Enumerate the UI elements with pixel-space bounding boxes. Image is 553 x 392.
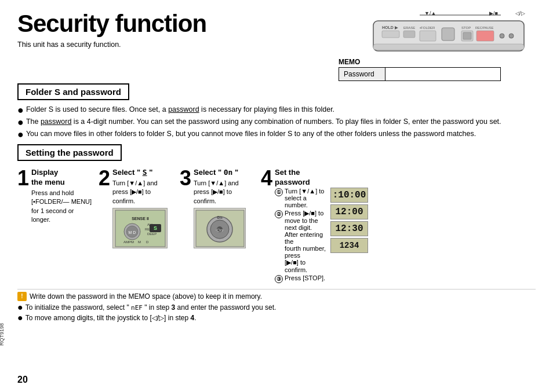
step-2-svg: SENSE II M D ALL REMAIN DEEP AMPM M [115,210,166,247]
device-area: ▼/▲ ▶/■ ◁/▷ HOLD ▶ ERASE •FOLDER STOP [339,10,536,81]
display-4: 1234 [330,238,368,253]
svg-text:M: M [138,240,141,244]
svg-text:•FOLDER: •FOLDER [420,26,435,30]
side-label: RQT9198 [0,323,5,346]
svg-text:REC/PAUSE: REC/PAUSE [475,26,494,30]
svg-text:S: S [154,225,157,231]
bullet-dot-2: ● [17,117,24,127]
bullet-text-3: You can move files in other folders to f… [26,129,476,140]
svg-rect-16 [476,31,494,41]
svg-text:D: D [146,240,149,244]
device-image: ▼/▲ ▶/■ ◁/▷ HOLD ▶ ERASE •FOLDER STOP [339,10,530,57]
step-1-body: Press and hold[•FOLDER/— MENU]for 1 seco… [31,189,92,225]
page-number: 20 [17,375,28,385]
section1-header: Folder S and password [17,83,129,100]
section1-bullets: ● Folder S is used to secure files. Once… [17,105,536,140]
step-4-sub-3: ③ Press [STOP]. [275,274,326,283]
svg-rect-10 [420,31,436,41]
display-2: 12:00 [330,204,368,219]
svg-rect-19 [373,44,524,50]
svg-text:AMPM: AMPM [123,240,134,244]
memo-row: Password [339,68,501,81]
bullet-text-1: Folder S is used to secure files. Once s… [26,105,334,115]
svg-text:▶/■: ▶/■ [489,10,498,16]
display-1: :10:00 [330,188,368,203]
footer-note-2: ● To move among digits, tilt the joystic… [17,313,536,323]
warning-note: ! Write down the password in the MEMO sp… [17,292,536,302]
step-1-header: 1 Displaythe menu Press and hold[•FOLDER… [17,168,92,224]
bullet-2: ● The password is a 4-digit number. You … [17,117,536,127]
page: Security function This unit has a securi… [0,0,553,392]
steps-container: 1 Displaythe menu Press and hold[•FOLDER… [17,168,536,284]
svg-rect-8 [403,31,415,38]
step-4-title: Set thepassword [275,168,368,188]
svg-rect-11 [442,28,454,41]
step-4: 4 Set thepassword ① Turn [▼/▲] toselect … [261,168,368,284]
svg-point-17 [500,34,504,38]
title-section: Security function This unit has a securi… [17,10,339,53]
footer-note-2-text: To move among digits, tilt the joystick … [26,313,197,323]
footer-notes: ! Write down the password in the MEMO sp… [17,289,536,323]
svg-text:0n: 0n [217,215,222,220]
svg-text:ERASE: ERASE [403,26,415,30]
step-1: 1 Displaythe menu Press and hold[•FOLDER… [17,168,93,224]
svg-point-18 [509,34,514,38]
step-3-display: 0n ·On· [194,208,246,248]
num-displays: :10:00 12:00 12:30 1234 [330,188,368,253]
section-password: Setting the password 1 Displaythe menu P… [17,144,536,284]
step-3-body: Turn [▼/▲] andpress [▶/■] toconfirm. [194,179,246,206]
sub-step-3-text: Press [STOP]. [285,274,325,281]
sub-step-1-text: Turn [▼/▲] toselect a number. [285,188,326,208]
step-2-title: Select " S " [112,168,168,178]
footer-note-1-text: To initialize the password, select " nEF… [26,303,276,313]
section2-header: Setting the password [17,144,122,161]
step-2-display: SENSE II M D ALL REMAIN DEEP AMPM M [112,208,168,248]
step-4-sub-1: ① Turn [▼/▲] toselect a number. [275,188,326,208]
bullet-3: ● You can move files in other folders to… [17,129,536,140]
step-3-title: Select " 0n " [194,168,246,178]
warning-text: Write down the password in the MEMO spac… [30,292,262,302]
bullet-dot-1: ● [17,105,24,115]
bullet-1: ● Folder S is used to secure files. Once… [17,105,536,115]
step-4-header: 4 Set thepassword ① Turn [▼/▲] toselect … [261,168,368,284]
svg-text:STOP: STOP [461,26,471,30]
step-1-title: Displaythe menu [31,168,92,188]
memo-key: Password [339,68,385,81]
display-3: 12:30 [330,221,368,236]
top-area: Security function This unit has a securi… [17,10,536,81]
svg-text:SENSE II: SENSE II [132,217,149,221]
section-folder: Folder S and password ● Folder S is used… [17,83,536,140]
footer-bullet-2: ● [17,313,23,323]
memo-label: MEMO [339,58,536,66]
warning-icon: ! [17,292,27,301]
step-3: 3 Select " 0n " Turn [▼/▲] andpress [▶/■… [180,168,255,248]
footer-bullet-1: ● [17,303,23,312]
step-4-content: ① Turn [▼/▲] toselect a number. ② Press … [275,188,368,284]
step-2: 2 Select " S " Turn [▼/▲] andpress [▶/■]… [99,168,174,248]
step-3-svg: 0n ·On· [195,210,245,247]
svg-text:HOLD ▶: HOLD ▶ [382,25,398,30]
bullet-text-2: The password is a 4-digit number. You ca… [26,117,501,127]
step-4-sub-2: ② Press [▶/■] tomove to the next digit.A… [275,210,326,273]
memo-section: MEMO Password [339,58,536,81]
step-2-number: 2 [99,168,110,189]
svg-text:·On·: ·On· [215,228,224,233]
step-3-header: 3 Select " 0n " Turn [▼/▲] andpress [▶/■… [180,168,246,248]
memo-table: Password [339,67,501,81]
memo-value [385,68,500,81]
bullet-dot-3: ● [17,129,24,140]
step-3-number: 3 [180,168,191,189]
svg-text:M D: M D [128,230,136,235]
svg-text:◁/▷: ◁/▷ [515,10,525,16]
svg-text:▼/▲: ▼/▲ [424,10,436,16]
step-2-header: 2 Select " S " Turn [▼/▲] andpress [▶/■]… [99,168,168,248]
intro-text: This unit has a security function. [17,41,339,49]
svg-rect-6 [382,31,399,38]
footer-note-1: ● To initialize the password, select " n… [17,303,536,313]
svg-text:DEEP: DEEP [147,232,157,236]
svg-rect-14 [463,32,471,39]
step-4-number: 4 [261,168,272,189]
page-title: Security function [17,10,339,37]
sub-step-2-text: Press [▶/■] tomove to the next digit.Aft… [285,210,326,273]
step-1-number: 1 [17,168,29,189]
